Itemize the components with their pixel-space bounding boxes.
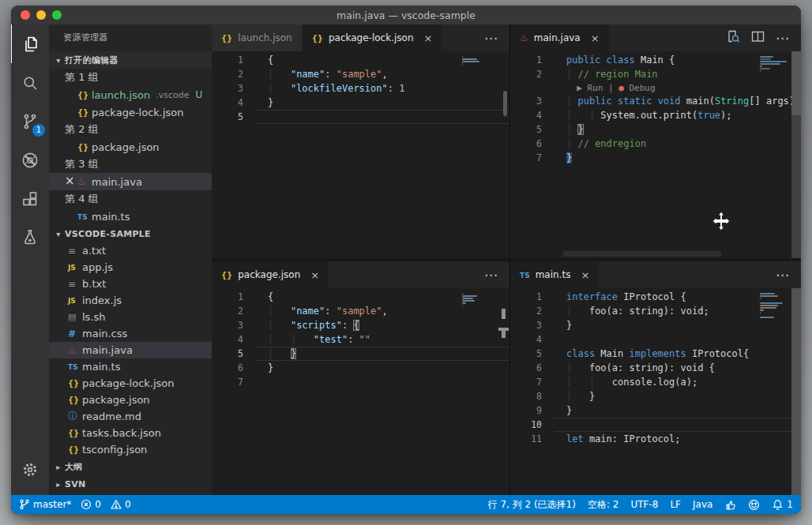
- feedback-hand-icon[interactable]: [724, 499, 736, 511]
- open-editor-item[interactable]: 第 2 组: [49, 121, 212, 138]
- code-line[interactable]: 2│ foo(a: string): void;: [510, 304, 801, 318]
- test-beaker-icon[interactable]: [11, 218, 49, 257]
- file-tree-item[interactable]: index.js: [49, 292, 212, 309]
- open-editor-item[interactable]: package.json: [49, 138, 212, 156]
- code-line[interactable]: 3│ public static void main(String[] args…: [510, 94, 801, 108]
- code-line[interactable]: 4}: [212, 96, 509, 110]
- code-line[interactable]: 5class Main implements IProtocol{: [510, 347, 801, 361]
- feedback-smiley-icon[interactable]: [748, 499, 760, 511]
- file-tree-item[interactable]: package-lock.json: [49, 375, 212, 392]
- git-branch-status[interactable]: master*: [19, 499, 71, 510]
- code-line[interactable]: 2│ "name": "sample",: [212, 67, 509, 81]
- code-line[interactable]: 9}: [510, 403, 801, 418]
- minimap[interactable]: [760, 56, 788, 72]
- open-editor-item[interactable]: launch.json .vscode U: [49, 86, 212, 103]
- code-line[interactable]: 3}: [510, 318, 801, 332]
- split-editor-icon[interactable]: [751, 30, 765, 47]
- code-line[interactable]: 6│ // endregion: [510, 137, 801, 151]
- minimize-window-button[interactable]: [36, 10, 46, 20]
- code-line[interactable]: 3│ "lockfileVersion": 1: [212, 81, 509, 96]
- close-icon[interactable]: [581, 269, 589, 281]
- scrollbar-slider[interactable]: [503, 91, 507, 116]
- code-line[interactable]: 8│ }: [510, 389, 801, 403]
- settings-gear-icon[interactable]: [11, 450, 49, 489]
- tab-main-java[interactable]: main.java: [510, 24, 610, 51]
- file-tree-item[interactable]: main.css: [49, 325, 212, 342]
- open-editor-item[interactable]: 第 3 组: [49, 156, 212, 173]
- horizontal-scrollbar[interactable]: [563, 251, 721, 257]
- more-actions-icon[interactable]: [776, 30, 790, 46]
- outline-section-header[interactable]: 大纲: [49, 458, 212, 475]
- code-line[interactable]: 1interface IProtocol {: [510, 290, 801, 304]
- fullscreen-window-button[interactable]: [52, 10, 62, 20]
- indentation-status[interactable]: 空格: 2: [588, 498, 619, 512]
- code-line[interactable]: 7│ │ console.log(a);: [510, 375, 801, 389]
- close-icon[interactable]: [424, 32, 433, 44]
- open-editor-item[interactable]: 第 1 组: [49, 69, 212, 86]
- debug-disabled-icon[interactable]: [11, 141, 49, 179]
- more-actions-icon[interactable]: [484, 30, 498, 46]
- open-editor-item[interactable]: main.ts: [49, 208, 212, 225]
- project-folder-header[interactable]: VSCODE-SAMPLE: [49, 225, 212, 242]
- file-tree-item[interactable]: ls.sh: [49, 309, 212, 325]
- code-line[interactable]: 6}: [212, 361, 509, 375]
- file-tree-item[interactable]: main.ts: [49, 358, 212, 375]
- file-tree-item[interactable]: app.js: [49, 259, 212, 276]
- notifications-bell[interactable]: 1: [772, 499, 793, 511]
- minimap[interactable]: [462, 293, 491, 309]
- vertical-scrollbar[interactable]: [791, 288, 801, 495]
- open-preview-icon[interactable]: [727, 30, 740, 47]
- code-line[interactable]: 5│ }: [212, 347, 509, 361]
- editor-package-lock-json[interactable]: 1{2│ "name": "sample",3│ "lockfileVersio…: [212, 51, 509, 258]
- svn-section-header[interactable]: SVN: [49, 475, 212, 493]
- errors-status[interactable]: 0: [81, 499, 101, 510]
- more-actions-icon[interactable]: [776, 267, 790, 283]
- editor-main-java[interactable]: 1public class Main {2│ // region Main ▶ …: [510, 51, 801, 258]
- code-line[interactable]: 4│ │ System.out.print(true);: [510, 108, 801, 122]
- search-icon[interactable]: [11, 63, 49, 102]
- more-actions-icon[interactable]: [484, 267, 498, 283]
- file-tree-item[interactable]: tasks.back.json: [49, 425, 212, 441]
- file-tree-item[interactable]: b.txt: [49, 276, 212, 292]
- code-line[interactable]: 6│ foo(a: string): void {: [510, 361, 801, 375]
- minimap[interactable]: [462, 56, 491, 67]
- code-line[interactable]: 5│ }: [510, 122, 801, 137]
- open-editor-item[interactable]: main.java: [49, 173, 212, 190]
- tab-package-json[interactable]: package.json: [212, 261, 329, 288]
- code-line[interactable]: 1public class Main {: [510, 53, 801, 67]
- code-line[interactable]: 4│ │ "test": "": [212, 332, 509, 347]
- encoding-status[interactable]: UTF-8: [630, 499, 658, 510]
- file-tree-item[interactable]: main.java: [49, 342, 212, 358]
- editor-main-ts[interactable]: 1interface IProtocol {2│ foo(a: string):…: [510, 288, 801, 495]
- extensions-icon[interactable]: [11, 179, 49, 218]
- language-mode-status[interactable]: Java: [693, 499, 712, 510]
- explorer-icon[interactable]: [11, 24, 50, 63]
- code-line[interactable]: 10: [510, 418, 801, 432]
- cursor-position-status[interactable]: 行 7, 列 2 (已选择1): [488, 498, 576, 512]
- vertical-scrollbar[interactable]: [791, 51, 801, 258]
- code-line[interactable]: 5: [212, 110, 509, 124]
- code-line[interactable]: 3│ "scripts": {: [212, 318, 509, 332]
- code-line[interactable]: 4: [510, 332, 801, 347]
- code-line[interactable]: 11let main: IProtocol;: [510, 432, 801, 446]
- editor-package-json[interactable]: 1{2│ "name": "sample",3│ "scripts": {4│ …: [212, 288, 509, 495]
- open-editor-item[interactable]: 第 4 组: [49, 190, 212, 208]
- code-line[interactable]: ▶ Run | ● Debug: [510, 81, 801, 94]
- code-line[interactable]: 7: [212, 375, 509, 389]
- tab-main-ts[interactable]: main.ts: [510, 261, 600, 288]
- eol-status[interactable]: LF: [670, 499, 681, 510]
- code-line[interactable]: 7}: [510, 151, 801, 165]
- source-control-icon[interactable]: 1: [11, 102, 49, 141]
- file-tree-item[interactable]: tsconfig.json: [49, 441, 212, 458]
- close-icon[interactable]: [310, 269, 319, 281]
- close-icon[interactable]: [591, 32, 600, 44]
- warnings-status[interactable]: 0: [111, 499, 131, 510]
- file-tree-item[interactable]: readme.md: [49, 408, 212, 425]
- tab-package-lock-json[interactable]: package-lock.json: [303, 24, 443, 51]
- tab-launch-json[interactable]: launch.json: [212, 24, 303, 51]
- minimap[interactable]: [760, 293, 788, 318]
- file-tree-item[interactable]: a.txt: [49, 242, 212, 259]
- close-icon[interactable]: [65, 176, 77, 187]
- code-line[interactable]: 2│ // region Main: [510, 67, 801, 81]
- open-editors-header[interactable]: 打开的编辑器: [49, 51, 212, 69]
